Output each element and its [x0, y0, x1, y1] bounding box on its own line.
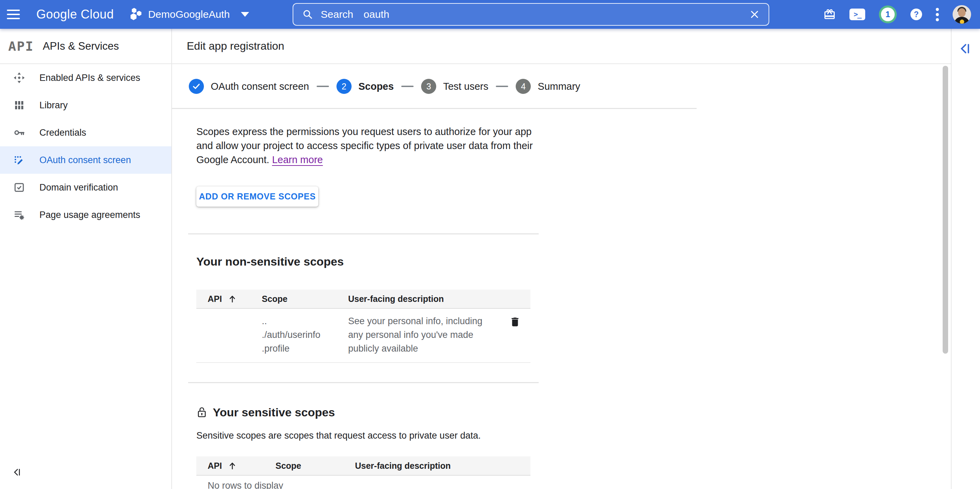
collapse-sidebar-icon[interactable]: [12, 467, 22, 479]
right-panel-strip: [951, 29, 980, 489]
api-product-logo: API: [8, 39, 34, 54]
sidebar-item-enabled-apis[interactable]: Enabled APIs & services: [0, 64, 171, 91]
scopes-description: Scopes express the permissions you reque…: [196, 125, 537, 167]
oauth-consent-icon: [13, 154, 25, 166]
registration-stepper: OAuth consent screen 2 Scopes 3 Test use…: [189, 78, 580, 95]
step-test-users[interactable]: 3 Test users: [421, 79, 488, 94]
project-name: DemoGoogleAuth: [148, 9, 229, 20]
sidebar-item-label: Enabled APIs & services: [40, 73, 140, 83]
step-number-badge: 4: [516, 79, 531, 94]
key-icon: [13, 126, 25, 139]
column-header-scope: Scope: [262, 294, 348, 304]
step-number-badge: 3: [421, 79, 436, 94]
project-hexagons-icon: [129, 8, 143, 21]
chevron-down-icon: [241, 12, 249, 17]
sensitive-scopes-subtext: Sensitive scopes are scopes that request…: [196, 430, 481, 441]
scrollbar-thumb[interactable]: [943, 66, 948, 354]
non-sensitive-scopes-table: API Scope User-facing description .. ./a…: [196, 290, 530, 363]
search-icon: [302, 9, 313, 20]
agreements-gear-icon: [13, 209, 25, 221]
collapse-panel-icon[interactable]: [958, 41, 973, 57]
empty-table-message: No rows to display: [196, 476, 530, 489]
step-connector: [401, 86, 414, 87]
sidebar-item-label: Credentials: [40, 127, 86, 138]
step-oauth-consent-screen[interactable]: OAuth consent screen: [189, 79, 309, 94]
clear-search-icon[interactable]: [749, 9, 760, 19]
sidebar-item-library[interactable]: Library: [0, 91, 171, 119]
scopes-description-text: Scopes express the permissions you reque…: [196, 126, 533, 165]
table-header-row: API Scope User-facing description: [196, 456, 530, 476]
table-row: .. ./auth/userinfo .profile See your per…: [196, 309, 530, 363]
library-icon: [13, 99, 25, 111]
menu-icon[interactable]: [0, 0, 27, 29]
section-divider: [188, 233, 539, 234]
column-header-description: User-facing description: [355, 461, 500, 471]
sidebar-item-label: OAuth consent screen: [40, 155, 131, 166]
section-divider: [188, 382, 539, 383]
more-options-icon[interactable]: [936, 8, 939, 21]
sensitive-scopes-heading-text: Your sensitive scopes: [213, 406, 335, 419]
column-header-label: API: [208, 294, 222, 304]
top-navigation-bar: Google Cloud DemoGoogleAuth Search oauth: [0, 0, 980, 29]
lock-icon: [196, 406, 207, 419]
checkbox-icon: [13, 181, 25, 194]
search-label: Search: [321, 9, 353, 20]
free-trial-gift-icon[interactable]: [823, 8, 836, 21]
page-header: API APIs & Services Edit app registratio…: [0, 29, 951, 64]
description-cell: See your personal info, including any pe…: [348, 314, 500, 355]
notification-count-badge: 1: [885, 10, 890, 19]
step-scopes[interactable]: 2 Scopes: [336, 79, 394, 94]
stepper-divider: [172, 108, 697, 109]
step-label: Test users: [443, 81, 488, 92]
sidebar: Enabled APIs & services Library Credenti…: [0, 64, 171, 489]
sort-ascending-icon: [228, 294, 237, 304]
search-input[interactable]: Search oauth: [293, 3, 769, 26]
sidebar-item-oauth-consent-screen[interactable]: OAuth consent screen: [0, 147, 171, 174]
add-or-remove-scopes-button[interactable]: ADD OR REMOVE SCOPES: [196, 186, 318, 207]
step-number-badge: 2: [336, 79, 352, 94]
enabled-apis-icon: [13, 72, 25, 84]
step-label: Scopes: [358, 81, 394, 92]
column-header-api[interactable]: API: [196, 461, 275, 471]
step-connector: [496, 86, 508, 87]
search-query-text: oauth: [364, 9, 389, 20]
trash-icon: [509, 315, 521, 327]
scope-cell: .. ./auth/userinfo .profile: [262, 314, 348, 355]
step-label: Summary: [538, 81, 580, 92]
sidebar-item-label: Domain verification: [40, 182, 118, 193]
sensitive-scopes-table: API Scope User-facing description No row…: [196, 456, 530, 489]
project-selector[interactable]: DemoGoogleAuth: [129, 8, 249, 21]
learn-more-link[interactable]: Learn more: [272, 154, 323, 165]
column-header-label: API: [208, 461, 222, 471]
notifications-icon[interactable]: 1: [879, 5, 897, 23]
step-complete-check-icon: [189, 79, 204, 94]
column-header-description: User-facing description: [348, 294, 500, 304]
user-avatar[interactable]: [953, 5, 971, 24]
help-icon[interactable]: ?: [910, 9, 922, 20]
cloud-shell-icon[interactable]: >_: [850, 9, 865, 20]
sidebar-item-label: Library: [40, 100, 68, 111]
column-header-api[interactable]: API: [196, 294, 262, 304]
column-header-scope: Scope: [275, 461, 355, 471]
delete-scope-button[interactable]: [509, 315, 521, 328]
step-connector: [317, 86, 329, 87]
sort-ascending-icon: [228, 461, 237, 470]
table-header-row: API Scope User-facing description: [196, 290, 530, 309]
step-summary[interactable]: 4 Summary: [516, 79, 580, 94]
product-name[interactable]: APIs & Services: [43, 40, 119, 53]
gcp-console: Google Cloud DemoGoogleAuth Search oauth: [0, 0, 980, 489]
sidebar-item-domain-verification[interactable]: Domain verification: [0, 174, 171, 201]
step-label: OAuth consent screen: [211, 81, 309, 92]
sidebar-divider: [171, 29, 172, 489]
google-cloud-logo[interactable]: Google Cloud: [36, 7, 114, 22]
sidebar-item-page-usage-agreements[interactable]: Page usage agreements: [0, 201, 171, 229]
sidebar-item-credentials[interactable]: Credentials: [0, 119, 171, 147]
page-title: Edit app registration: [187, 40, 285, 53]
sidebar-item-label: Page usage agreements: [40, 210, 140, 220]
non-sensitive-scopes-heading: Your non-sensitive scopes: [196, 255, 344, 268]
sensitive-scopes-heading: Your sensitive scopes: [196, 406, 335, 419]
